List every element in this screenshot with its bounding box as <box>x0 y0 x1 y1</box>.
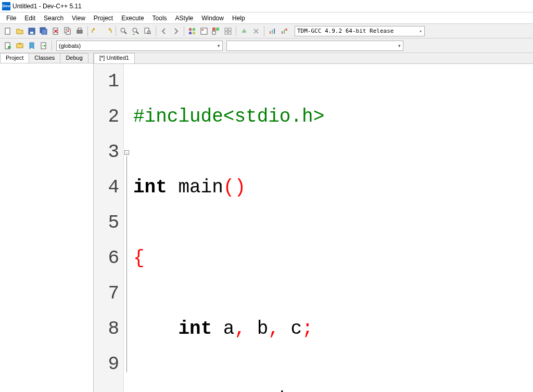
print-icon[interactable] <box>74 25 85 37</box>
insert-icon[interactable] <box>14 40 26 51</box>
menu-help[interactable]: Help <box>228 14 249 23</box>
compiler-dropdown-value: TDM-GCC 4.9.2 64-bit Release <box>297 28 394 34</box>
side-panel-tabs: Project Classes Debug <box>0 53 93 63</box>
new-icon[interactable] <box>2 25 14 37</box>
tab-project[interactable]: Project <box>0 53 29 63</box>
open-icon[interactable] <box>14 25 26 37</box>
line-gutter: 1 2 3 4 5 6 7 8 9 <box>94 64 124 392</box>
code-editor[interactable]: 1 2 3 4 5 6 7 8 9 #include<stdio.h> int … <box>94 64 533 392</box>
code-punct: () <box>223 177 246 198</box>
secondary-toolbar: (globals) ▾ ▾ <box>0 38 533 53</box>
tab-debug[interactable]: Debug <box>60 53 88 63</box>
toolbar-separator <box>52 41 52 51</box>
save-all-icon[interactable] <box>38 25 49 37</box>
fold-line <box>126 156 127 372</box>
svg-rect-22 <box>212 31 215 34</box>
profile-icon[interactable] <box>266 25 278 37</box>
svg-rect-25 <box>225 32 227 34</box>
toolbar-separator <box>264 26 264 36</box>
toolbar-separator <box>156 26 156 36</box>
svg-point-10 <box>121 28 125 32</box>
menu-file[interactable]: File <box>2 14 20 23</box>
main-area: Project Classes Debug [*] Untitled1 1 2 … <box>0 53 533 392</box>
svg-point-33 <box>8 46 11 49</box>
project-tree[interactable] <box>0 63 93 392</box>
toolbar-separator <box>87 26 88 36</box>
compile-run-icon[interactable] <box>210 25 222 37</box>
run-icon[interactable] <box>198 25 210 37</box>
menu-search[interactable]: Search <box>40 14 68 23</box>
chevron-down-icon: ▾ <box>420 29 422 34</box>
editor-tab-untitled1[interactable]: [*] Untitled1 <box>94 53 135 63</box>
fold-toggle-icon[interactable] <box>124 150 129 155</box>
delete-profile-icon[interactable] <box>278 25 290 37</box>
svg-rect-30 <box>282 31 283 34</box>
svg-rect-17 <box>193 32 195 34</box>
code-number: 20 <box>324 389 347 392</box>
redo-icon[interactable] <box>102 25 113 37</box>
svg-rect-27 <box>270 31 271 34</box>
line-number: 6 <box>94 241 119 276</box>
rebuild-icon[interactable] <box>222 25 234 37</box>
close-all-icon[interactable] <box>62 25 73 37</box>
menu-astyle[interactable]: AStyle <box>171 14 198 23</box>
svg-rect-26 <box>229 32 231 34</box>
svg-rect-18 <box>201 28 207 34</box>
stop-debug-icon[interactable] <box>250 25 262 37</box>
svg-rect-16 <box>189 32 192 34</box>
app-icon: Dev <box>2 2 10 10</box>
globals-dropdown[interactable]: (globals) ▾ <box>56 41 223 51</box>
editor-tabs: [*] Untitled1 <box>94 53 533 64</box>
goto-icon[interactable] <box>38 40 49 51</box>
debug-icon[interactable] <box>238 25 250 37</box>
symbol-dropdown[interactable]: ▾ <box>226 41 403 51</box>
nav-forward-icon[interactable] <box>170 25 182 37</box>
svg-rect-24 <box>229 28 231 31</box>
svg-rect-8 <box>77 30 82 33</box>
svg-rect-23 <box>225 28 227 31</box>
svg-rect-4 <box>42 29 47 34</box>
find-in-files-icon[interactable] <box>142 25 154 37</box>
save-icon[interactable] <box>26 25 37 37</box>
new-source-icon[interactable] <box>2 40 14 51</box>
menu-window[interactable]: Window <box>197 14 228 23</box>
svg-rect-14 <box>189 28 192 31</box>
code-preprocessor: #include<stdio.h> <box>133 106 324 127</box>
menu-view[interactable]: View <box>68 14 90 23</box>
line-number: 9 <box>94 347 119 382</box>
tab-classes[interactable]: Classes <box>29 53 60 63</box>
menu-tools[interactable]: Tools <box>148 14 171 23</box>
find-icon[interactable] <box>118 25 130 37</box>
svg-point-11 <box>133 28 137 32</box>
menu-execute[interactable]: Execute <box>117 14 148 23</box>
svg-rect-19 <box>202 29 204 31</box>
window-title: Untitled1 - Dev-C++ 5.11 <box>12 3 82 10</box>
fold-gutter <box>124 64 131 392</box>
svg-rect-7 <box>66 29 70 34</box>
line-number: 5 <box>94 205 119 241</box>
code-keyword: int <box>178 318 212 339</box>
svg-rect-2 <box>30 32 33 34</box>
chevron-down-icon: ▾ <box>218 43 220 48</box>
toolbar-separator <box>236 26 236 36</box>
code-keyword: int <box>133 177 167 198</box>
bookmark-icon[interactable] <box>26 40 37 51</box>
line-number: 1 <box>94 64 119 99</box>
toolbar-separator <box>116 26 116 36</box>
chevron-down-icon: ▾ <box>398 43 401 48</box>
compile-icon[interactable] <box>186 25 198 37</box>
code-content[interactable]: #include<stdio.h> int main() { int a, b,… <box>131 64 533 392</box>
line-number: 8 <box>94 311 119 347</box>
code-brace: { <box>133 247 145 269</box>
editor-area: [*] Untitled1 1 2 3 4 5 6 7 8 9 #include… <box>94 53 533 392</box>
menu-project[interactable]: Project <box>90 14 117 23</box>
undo-icon[interactable] <box>90 25 101 37</box>
compiler-dropdown[interactable]: TDM-GCC 4.9.2 64-bit Release ▾ <box>295 26 425 36</box>
nav-back-icon[interactable] <box>158 25 170 37</box>
code-identifier: main <box>167 177 223 198</box>
close-file-icon[interactable] <box>50 25 61 37</box>
svg-rect-29 <box>274 29 275 34</box>
replace-icon[interactable] <box>130 25 142 37</box>
menu-edit[interactable]: Edit <box>20 14 40 23</box>
code-number: 10 <box>223 389 246 392</box>
